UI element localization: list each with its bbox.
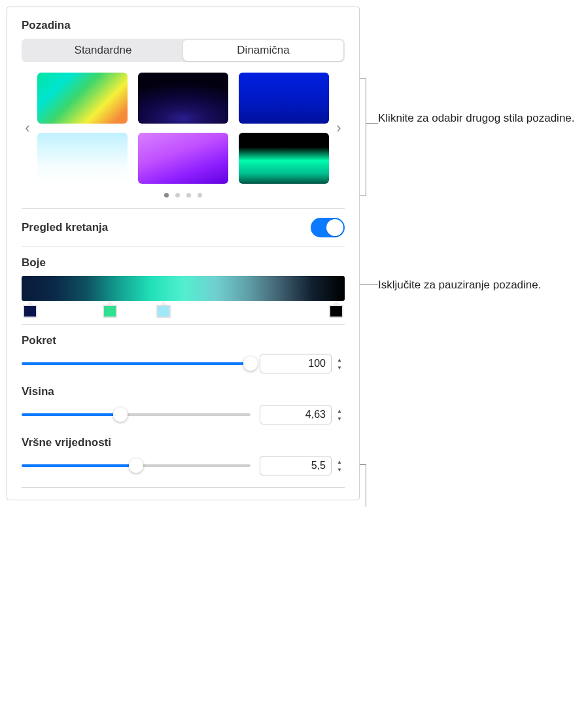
gradient-stop-1[interactable] [23, 305, 37, 318]
divider [22, 487, 345, 488]
background-thumb-2[interactable] [138, 73, 228, 124]
gradient-stop-4[interactable] [329, 305, 343, 318]
visina-slider[interactable] [22, 413, 251, 416]
tab-standard[interactable]: Standardne [23, 40, 183, 61]
visina-step-down-icon[interactable]: ▼ [334, 415, 345, 422]
visina-row: ▲ ▼ [22, 405, 345, 424]
toggle-knob [326, 219, 343, 236]
chevron-left-icon[interactable]: ‹ [22, 120, 33, 137]
callout-toggle-motion: Isključite za pauziranje pozadine. [378, 278, 541, 293]
page-dot-1[interactable] [164, 193, 169, 198]
vrsne-step-down-icon[interactable]: ▼ [334, 466, 345, 473]
background-tabs: Standardne Dinamična [22, 39, 345, 62]
visina-input[interactable] [260, 405, 332, 424]
tab-dynamic[interactable]: Dinamična [183, 40, 343, 61]
vrsne-slider[interactable] [22, 464, 251, 467]
vrsne-row: ▲ ▼ [22, 456, 345, 475]
visina-label: Visina [22, 385, 345, 398]
background-thumb-6[interactable] [239, 133, 329, 184]
vrsne-input[interactable] [260, 456, 332, 475]
callouts: Kliknite za odabir drugog stila pozadine… [360, 7, 581, 500]
pokret-step-down-icon[interactable]: ▼ [334, 364, 345, 371]
background-panel: Pozadina Standardne Dinamična ‹ › Pregle… [7, 7, 360, 500]
motion-preview-label: Pregled kretanja [22, 221, 108, 234]
page-dot-4[interactable] [198, 193, 202, 198]
visina-step-up-icon[interactable]: ▲ [334, 407, 345, 415]
gradient-stops [22, 305, 345, 325]
page-dot-2[interactable] [175, 193, 180, 198]
background-thumbs-row: ‹ › [22, 73, 345, 184]
background-thumb-4[interactable] [37, 133, 128, 184]
motion-preview-toggle[interactable] [311, 218, 345, 237]
pokret-row: ▲ ▼ [22, 354, 345, 373]
page-dots [22, 193, 345, 198]
background-thumbs [37, 73, 329, 184]
chevron-right-icon[interactable]: › [333, 120, 345, 137]
callout-select-style: Kliknite za odabir drugog stila pozadine… [378, 111, 575, 126]
pokret-step-up-icon[interactable]: ▲ [334, 356, 345, 364]
pokret-slider[interactable] [22, 362, 251, 365]
background-thumb-1[interactable] [37, 73, 128, 124]
pokret-input[interactable] [260, 354, 332, 373]
motion-preview-row: Pregled kretanja [22, 208, 345, 247]
gradient-stop-2[interactable] [103, 305, 117, 318]
background-thumb-3[interactable] [239, 73, 329, 124]
section-title-background: Pozadina [22, 19, 345, 32]
colors-label: Boje [22, 256, 345, 269]
vrsne-step-up-icon[interactable]: ▲ [334, 458, 345, 466]
pokret-label: Pokret [22, 334, 345, 347]
gradient-stop-3[interactable] [156, 305, 171, 318]
vrsne-label: Vršne vrijednosti [22, 436, 345, 449]
page-dot-3[interactable] [186, 193, 191, 198]
gradient-bar[interactable] [22, 276, 345, 301]
background-thumb-5[interactable] [138, 133, 228, 184]
